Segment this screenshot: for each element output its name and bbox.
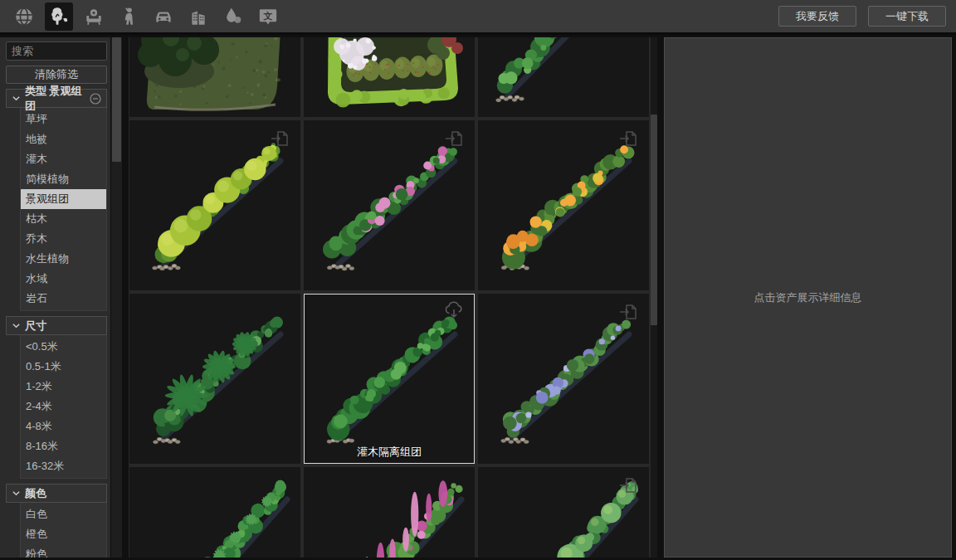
asset-thumbnail[interactable] xyxy=(478,120,649,290)
asset-thumbnail[interactable] xyxy=(129,37,300,117)
asset-thumbnail[interactable] xyxy=(129,120,300,290)
language-bubble-icon[interactable]: 文 xyxy=(254,2,282,31)
sidebar-scrollbar[interactable] xyxy=(111,37,122,558)
search-input[interactable] xyxy=(6,41,107,61)
filter-option[interactable]: 0.5-1米 xyxy=(21,357,106,377)
vehicle-icon[interactable] xyxy=(149,2,178,31)
asset-thumbnail-image xyxy=(129,37,300,117)
asset-thumbnail-image xyxy=(129,294,300,464)
filter-option[interactable]: 2-4米 xyxy=(21,397,106,416)
filter-section-header-0[interactable]: 类型 景观组团 xyxy=(6,89,107,108)
filter-option[interactable]: 地被 xyxy=(21,129,106,149)
filter-section-header-1[interactable]: 尺寸 xyxy=(6,316,107,335)
asset-thumbnail[interactable] xyxy=(304,467,475,558)
asset-grid: 灌木隔离组团 xyxy=(129,37,651,558)
asset-thumbnail[interactable] xyxy=(129,294,300,464)
chevron-down-icon xyxy=(12,321,21,330)
filter-sidebar: 清除筛选 类型 景观组团草坪地被灌木简模植物景观组团枯木乔木水生植物水域岩石尺寸… xyxy=(0,37,110,558)
filter-option[interactable]: 橙色 xyxy=(21,524,106,544)
asset-thumbnail-image xyxy=(129,467,300,558)
filter-option[interactable]: 白色 xyxy=(21,504,106,524)
grid-scrollbar[interactable] xyxy=(651,37,657,558)
material-drop-icon[interactable] xyxy=(219,2,247,31)
asset-thumbnail[interactable] xyxy=(478,37,649,117)
sidebar-scrollbar-thumb[interactable] xyxy=(112,37,121,162)
filter-option[interactable]: 1-2米 xyxy=(21,377,106,397)
toolbar-actions: 我要反馈 一键下载 xyxy=(778,6,946,27)
export-to-scene-icon[interactable] xyxy=(617,301,640,324)
clear-filters-button[interactable]: 清除筛选 xyxy=(6,66,107,84)
asset-thumbnail[interactable] xyxy=(129,467,300,558)
filter-option[interactable]: 4-8米 xyxy=(21,416,106,436)
export-to-scene-icon[interactable] xyxy=(442,128,466,151)
asset-thumbnail-image xyxy=(304,467,475,558)
filter-option[interactable]: 粉色 xyxy=(21,544,106,558)
filter-option[interactable]: 岩石 xyxy=(21,289,106,309)
filter-option[interactable]: 8-16米 xyxy=(21,436,106,456)
filter-option[interactable]: 乔木 xyxy=(21,229,106,249)
export-to-scene-icon[interactable] xyxy=(268,128,291,151)
toolbar: 文 我要反馈 一键下载 xyxy=(0,0,956,35)
asset-thumbnail-selected[interactable]: 灌木隔离组团 xyxy=(304,294,475,464)
filter-options-list: <0.5米0.5-1米1-2米2-4米4-8米8-16米16-32米 xyxy=(20,335,107,479)
terrain-globe-icon[interactable] xyxy=(10,2,38,31)
export-to-scene-icon[interactable] xyxy=(617,475,640,498)
filter-option[interactable]: 枯木 xyxy=(21,209,106,229)
filter-option[interactable]: 16-32米 xyxy=(21,456,106,476)
asset-thumbnail[interactable] xyxy=(478,467,649,558)
filter-option[interactable]: 简模植物 xyxy=(21,169,106,189)
asset-grid-scroll: 灌木隔离组团 xyxy=(129,37,649,558)
grid-scrollbar-thumb[interactable] xyxy=(651,114,657,325)
asset-thumbnail[interactable] xyxy=(304,120,475,290)
cloud-download-icon[interactable] xyxy=(442,301,466,324)
filter-option[interactable]: 景观组团 xyxy=(21,189,106,209)
people-icon[interactable] xyxy=(115,2,143,31)
svg-text:文: 文 xyxy=(263,10,273,20)
filter-option[interactable]: 水生植物 xyxy=(21,249,106,269)
feedback-button[interactable]: 我要反馈 xyxy=(778,6,856,27)
remove-filter-icon[interactable] xyxy=(90,93,101,105)
furniture-icon[interactable] xyxy=(80,2,108,31)
building-icon[interactable] xyxy=(184,2,212,31)
filter-option[interactable]: 水域 xyxy=(21,269,106,289)
asset-thumbnail-image xyxy=(478,37,649,117)
export-to-scene-icon[interactable] xyxy=(617,128,640,151)
filter-section-header-2[interactable]: 颜色 xyxy=(6,484,107,503)
filter-section-title: 颜色 xyxy=(25,486,46,501)
asset-thumbnail-image xyxy=(304,37,475,117)
vegetation-icon[interactable] xyxy=(45,2,73,31)
detail-panel: 点击资产展示详细信息 xyxy=(664,37,952,558)
filter-options-list: 白色橙色粉色 xyxy=(20,503,107,558)
filter-options-list: 草坪地被灌木简模植物景观组团枯木乔木水生植物水域岩石 xyxy=(20,108,107,311)
download-all-button[interactable]: 一键下载 xyxy=(868,6,946,27)
filter-sections: 类型 景观组团草坪地被灌木简模植物景观组团枯木乔木水生植物水域岩石尺寸<0.5米… xyxy=(0,89,110,558)
asset-thumbnail[interactable] xyxy=(478,294,649,464)
detail-placeholder-text: 点击资产展示详细信息 xyxy=(754,290,862,305)
asset-name-label: 灌木隔离组团 xyxy=(304,445,475,460)
filter-option[interactable]: 灌木 xyxy=(21,149,106,169)
chevron-down-icon xyxy=(12,489,21,498)
chevron-down-icon xyxy=(12,94,21,103)
filter-option[interactable]: <0.5米 xyxy=(21,337,106,357)
toolbar-icons: 文 xyxy=(10,2,282,31)
asset-thumbnail[interactable] xyxy=(304,37,475,117)
filter-section-title: 尺寸 xyxy=(25,319,46,334)
